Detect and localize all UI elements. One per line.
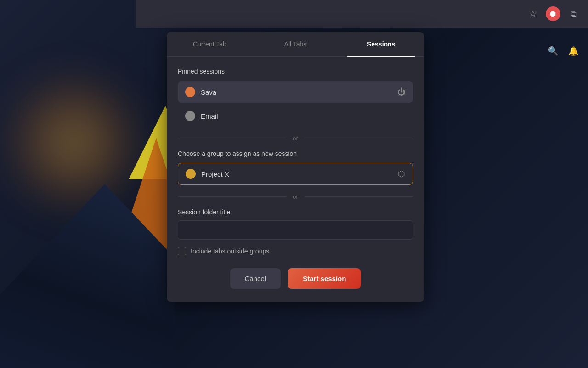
project-x-dot [186, 169, 196, 179]
cancel-button[interactable]: Cancel [230, 268, 281, 289]
hex-icon: ⬡ [398, 169, 405, 179]
project-x-label: Project X [201, 170, 398, 178]
session-item-email[interactable]: Email [178, 105, 413, 126]
search-icon[interactable]: 🔍 [546, 44, 560, 58]
group-description: Choose a group to assign as new session [178, 150, 413, 157]
tab-current-tab[interactable]: Current Tab [167, 32, 253, 56]
email-dot [185, 111, 195, 121]
tabs-bar: Current Tab All Tabs Sessions [167, 32, 424, 57]
tab-sessions[interactable]: Sessions [338, 32, 424, 56]
record-icon[interactable]: ⏺ [546, 6, 560, 21]
sava-label: Sava [201, 88, 397, 96]
sessions-popup: Current Tab All Tabs Sessions Pinned ses… [167, 32, 424, 302]
include-tabs-checkbox[interactable] [178, 247, 186, 255]
bell-icon[interactable]: 🔔 [566, 44, 581, 58]
or-divider-2: or [178, 193, 413, 200]
start-session-button[interactable]: Start session [288, 268, 361, 289]
folder-label: Session folder title [178, 208, 413, 216]
group-select-box[interactable]: Project X ⬡ [178, 163, 413, 185]
sava-dot [185, 87, 195, 97]
action-buttons: Cancel Start session [178, 268, 413, 289]
puzzle-icon[interactable]: ⧉ [566, 6, 581, 21]
panel-body: Pinned sessions Sava ⏻ Email or Choose a… [167, 57, 424, 302]
power-icon[interactable]: ⏻ [397, 87, 406, 97]
email-label: Email [201, 112, 406, 120]
session-item-sava[interactable]: Sava ⏻ [178, 81, 413, 103]
include-tabs-checkbox-row[interactable]: Include tabs outside groups [178, 247, 413, 255]
star-icon[interactable]: ☆ [526, 6, 540, 21]
pinned-sessions-title: Pinned sessions [178, 68, 413, 75]
folder-title-input[interactable] [178, 220, 413, 240]
include-tabs-label: Include tabs outside groups [191, 247, 269, 255]
or-divider-1: or [178, 135, 413, 142]
tab-all-tabs[interactable]: All Tabs [253, 32, 339, 56]
browser-toolbar: ☆ ⏺ ⧉ [136, 0, 588, 28]
